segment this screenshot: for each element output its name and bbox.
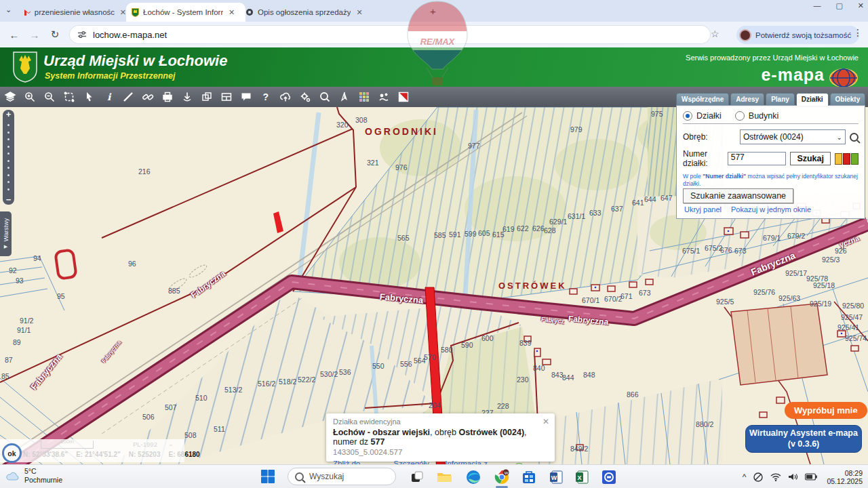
share-contact-icon[interactable] [377,90,391,104]
obreb-select[interactable]: Ostrówek (0024) ⌄ [740,129,846,144]
new-tab-button[interactable]: + [430,5,436,17]
wifi-icon[interactable] [770,472,781,481]
site-header: Urząd Miejski w Łochowie System Informac… [0,47,868,87]
settings-gears-icon[interactable] [298,90,312,104]
forward-button[interactable]: → [24,29,45,41]
tab-close-icon[interactable]: ✕ [227,8,236,17]
task-view-button[interactable] [408,468,426,486]
word-button[interactable]: W [547,468,565,486]
svg-text:W: W [551,474,557,481]
blue-app-button[interactable] [600,468,618,486]
radio-budynki[interactable] [735,111,745,121]
map-style-legend-button[interactable] [835,153,859,165]
layers-icon[interactable] [3,90,17,104]
popup-parcel-id: 143305_5.0024.577 [333,448,548,456]
edge-browser-button[interactable] [465,468,482,486]
download-pin-icon[interactable] [180,90,194,104]
obreb-search-icon[interactable] [850,133,859,142]
page-title: Urząd Miejski w Łochowie [43,52,227,70]
zoom-slider[interactable] [7,119,9,195]
site-favicon-icon [245,8,254,16]
north-arrow-icon[interactable] [338,90,351,104]
advanced-search-button[interactable]: Szukanie zaawansowane [683,188,793,203]
szukaj-button[interactable]: Szukaj [790,152,831,165]
radio-dzialki[interactable] [683,111,692,121]
tab-close-icon[interactable]: ✕ [355,8,363,17]
tab-dzialki[interactable]: Działki [796,93,829,106]
pointer-icon[interactable] [82,90,96,104]
bookmark-star-icon[interactable]: ☆ [711,28,719,39]
virtual-assistant-button[interactable]: Wirtualny Asystent e-mapa (v 0.3.6) [745,425,862,453]
weather-temp: 5°C [24,467,37,475]
lochow-crest-icon [132,8,139,17]
taskbar-weather-widget[interactable]: 5°CPochmurnie [5,467,62,485]
parcel-number-input[interactable]: 577 [728,152,787,165]
map-zoom-in-button[interactable]: + [6,110,12,119]
map-zoom-control[interactable]: + − [3,110,14,205]
window-maximize-button[interactable]: ▢ [835,1,842,10]
tab-adresy[interactable]: Adresy [730,93,764,105]
identity-chip-label: Potwierdź swoją tożsamość [755,31,851,39]
location-off-icon[interactable] [753,472,764,483]
tab-search-chevron-icon[interactable]: ⌄ [5,5,12,14]
back-button[interactable]: ← [4,29,24,41]
browser-menu-icon[interactable]: ⋮ [853,27,863,38]
tab-plany[interactable]: Plany [766,93,795,105]
popup-parcel-description: Łochów - obszar wiejski, obręb Ostrówek … [333,428,548,447]
panels-layout-icon[interactable] [220,90,233,104]
excel-button[interactable]: X [573,468,591,486]
chrome-browser-button[interactable]: W [493,468,511,486]
weather-desc: Pochmurnie [24,476,62,484]
popup-close-icon[interactable]: ✕ [542,417,549,426]
map-statusbar [0,439,184,462]
map-zoom-out-button[interactable]: − [6,195,12,205]
radio-budynki-label: Budynki [749,111,778,121]
search-hint: W pole "Numer działki" można wpisać pełn… [683,173,859,187]
measure-icon[interactable] [121,90,135,104]
search-icon [295,472,304,481]
try-me-bubble[interactable]: Wypróbuj mnie [785,402,867,419]
help-icon[interactable]: ? [259,90,273,104]
tab-lochow-emapa[interactable]: Łochów - System Informacji Prz ✕ [126,3,245,22]
layers-panel-tab[interactable]: Warstwy ▶ [0,211,12,256]
emapa-logo-text[interactable]: e-mapa [761,65,825,85]
file-explorer-button[interactable] [435,468,453,486]
zoom-out-icon[interactable] [43,90,56,104]
screen: ⌄ przeniesienie własności - walde ✕ Łoch… [0,0,868,488]
reload-button[interactable]: ↻ [45,28,65,41]
info-icon[interactable]: i [102,90,115,104]
window-minimize-button[interactable]: — [813,1,821,10]
palette-grid-icon[interactable] [357,90,371,104]
search-placeholder: Wyszukaj [309,472,344,481]
identity-confirm-chip[interactable]: Potwierdź swoją tożsamość [736,26,859,44]
select-area-icon[interactable] [62,90,76,104]
link-icon[interactable] [141,90,155,104]
copy-view-icon[interactable] [200,90,214,104]
ok-button[interactable]: ok [2,443,22,463]
hide-panel-link[interactable]: Ukryj panel [684,205,722,214]
start-button[interactable] [260,469,275,487]
search-plus-icon[interactable] [318,90,332,104]
tab-gmail[interactable]: przeniesienie własności - walde ✕ [19,3,133,22]
microsoft-store-button[interactable] [520,468,538,486]
obreb-selected-value: Ostrówek (0024) [743,132,804,142]
url-omnibox[interactable]: lochow.e-mapa.net [69,25,711,44]
speaker-icon[interactable] [788,472,798,481]
print-icon[interactable] [161,90,174,104]
comment-icon[interactable] [239,90,253,104]
legend-flag-icon[interactable] [397,90,410,104]
tray-chevron[interactable]: ^ [743,472,747,482]
zoom-in-icon[interactable] [23,90,37,104]
window-close-button[interactable]: ✕ [858,1,864,10]
single-window-link[interactable]: Pokazuj w jednym oknie [731,205,811,214]
profile-avatar [739,29,751,41]
taskbar-search-box[interactable]: Wyszukaj [288,468,396,485]
cloud-upload-icon[interactable] [279,90,292,104]
tab-wspolrzedne[interactable]: Współrzędne [676,93,729,105]
tab-obiekty[interactable]: Obiekty [830,93,866,105]
battery-icon[interactable] [805,473,817,481]
taskbar-clock[interactable]: 08:29 05.12.2025 [827,469,863,485]
tab-opis-ogloszenia[interactable]: Opis ogłoszenia sprzedaży ✕ [240,3,419,22]
layers-tab-label: Warstwy [3,218,9,241]
assistant-version: (v 0.3.6) [788,439,820,449]
